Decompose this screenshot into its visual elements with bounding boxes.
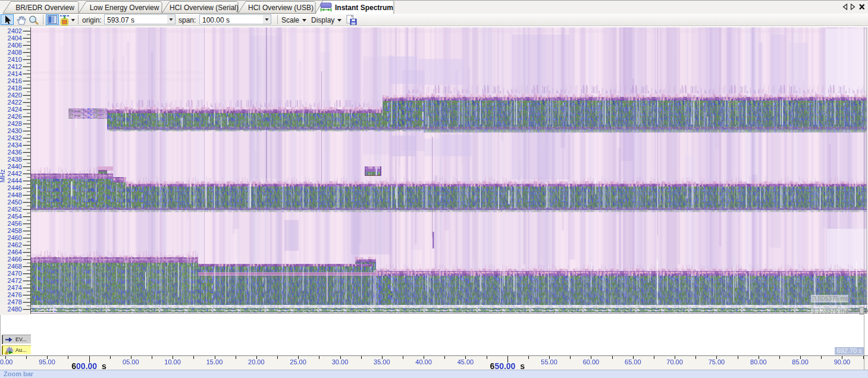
svg-text:2436: 2436 xyxy=(8,149,22,156)
svg-text:2450: 2450 xyxy=(8,199,22,206)
svg-text:2448: 2448 xyxy=(8,191,22,199)
svg-text:3.123375 ms: 3.123375 ms xyxy=(812,307,848,314)
svg-text:2408: 2408 xyxy=(8,49,22,56)
svg-text:Instant Spectrum: Instant Spectrum xyxy=(335,4,393,12)
svg-text:2428: 2428 xyxy=(8,120,22,127)
svg-text:2416: 2416 xyxy=(8,77,22,84)
svg-text:2472: 2472 xyxy=(8,277,22,284)
svg-text:2442: 2442 xyxy=(8,170,22,177)
svg-text:2454: 2454 xyxy=(8,213,22,220)
svg-text:2476: 2476 xyxy=(8,291,22,298)
svg-text:L: L xyxy=(865,300,868,305)
svg-text:HCI Overview (Serial): HCI Overview (Serial) xyxy=(170,4,239,12)
svg-text:2460: 2460 xyxy=(8,234,22,241)
svg-text:2452: 2452 xyxy=(8,206,22,213)
svg-text:2402: 2402 xyxy=(8,27,22,34)
svg-text:2462: 2462 xyxy=(8,241,22,248)
svg-text:2446: 2446 xyxy=(8,184,22,191)
svg-text:2410: 2410 xyxy=(8,56,22,63)
svg-text:2444: 2444 xyxy=(8,177,22,184)
svg-text:Low Energy Overview: Low Energy Overview xyxy=(90,4,159,12)
svg-text:MHz: MHz xyxy=(0,169,6,183)
svg-text:2426: 2426 xyxy=(8,113,22,120)
svg-text:2422: 2422 xyxy=(8,99,22,106)
svg-text:2468: 2468 xyxy=(8,263,22,270)
svg-text:BR/EDR Overview: BR/EDR Overview xyxy=(15,4,74,12)
svg-text:2464: 2464 xyxy=(8,248,22,256)
svg-text:2466: 2466 xyxy=(8,256,22,263)
svg-text:2434: 2434 xyxy=(8,141,22,149)
svg-text:2418: 2418 xyxy=(8,84,22,92)
svg-text:2470: 2470 xyxy=(8,270,22,277)
svg-text:2412: 2412 xyxy=(8,63,22,70)
svg-text:2458: 2458 xyxy=(8,227,22,234)
svg-text:2404: 2404 xyxy=(8,34,22,42)
svg-text:2440: 2440 xyxy=(8,163,22,170)
svg-text:2406: 2406 xyxy=(8,42,22,49)
svg-text:HCI Overview (USB): HCI Overview (USB) xyxy=(248,4,314,12)
svg-text:2456: 2456 xyxy=(8,220,22,227)
svg-text:2480: 2480 xyxy=(8,305,22,313)
svg-text:2438: 2438 xyxy=(8,156,22,163)
svg-text:2432: 2432 xyxy=(8,134,22,141)
svg-text:2430: 2430 xyxy=(8,127,22,134)
svg-text:3.505375 ms: 3.505375 ms xyxy=(813,295,849,302)
svg-text:2414: 2414 xyxy=(8,70,22,77)
svg-text:2478: 2478 xyxy=(8,298,22,305)
svg-text:2474: 2474 xyxy=(8,284,22,291)
svg-text:2424: 2424 xyxy=(8,106,22,113)
svg-text:2420: 2420 xyxy=(8,92,22,99)
